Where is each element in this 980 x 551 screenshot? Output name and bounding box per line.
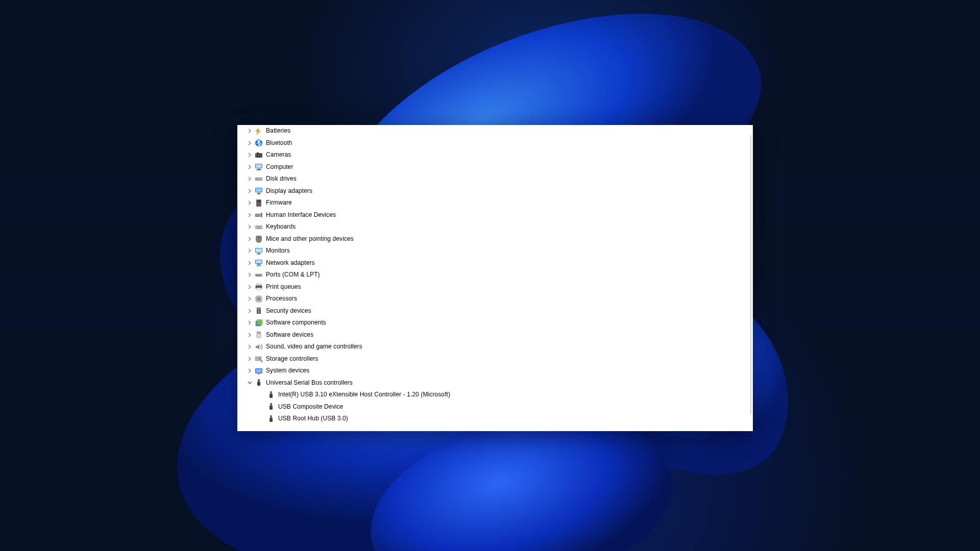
svg-rect-89	[270, 394, 273, 398]
printer-icon	[255, 283, 263, 291]
svg-rect-26	[255, 226, 262, 229]
tree-item-label: Bluetooth	[266, 137, 292, 149]
display-icon	[255, 187, 263, 195]
svg-rect-45	[257, 274, 258, 276]
tree-item[interactable]: Network adapters	[247, 257, 749, 269]
tree-item[interactable]: Ports (COM & LPT)	[247, 269, 749, 281]
tree-item[interactable]: Processors	[247, 293, 749, 305]
chevron-right-icon[interactable]	[247, 176, 253, 182]
chevron-right-icon[interactable]	[247, 152, 253, 158]
tree-item-label: Network adapters	[266, 257, 315, 269]
svg-rect-11	[256, 178, 259, 180]
tree-item[interactable]: Cameras	[247, 149, 749, 161]
svg-rect-95	[271, 416, 271, 417]
chevron-down-icon[interactable]	[247, 380, 253, 386]
chevron-right-icon[interactable]	[247, 368, 253, 374]
tree-item-label: Software components	[266, 317, 326, 329]
svg-rect-48	[260, 274, 261, 276]
monitor-icon	[255, 247, 263, 255]
tree-item[interactable]: Display adapters	[247, 185, 749, 197]
tree-item[interactable]: Software devices	[247, 329, 749, 341]
tree-item[interactable]: Keyboards	[247, 221, 749, 233]
svg-rect-7	[257, 169, 260, 170]
tree-item[interactable]: Sound, video and game controllers	[247, 341, 749, 353]
svg-rect-49	[256, 284, 261, 286]
chevron-right-icon[interactable]	[247, 128, 253, 134]
tree-item[interactable]: Disk drives	[247, 173, 749, 185]
svg-rect-13	[256, 188, 262, 192]
tree-item[interactable]: Storage controllers	[247, 353, 749, 365]
tree-item[interactable]: Bluetooth	[247, 137, 749, 149]
disk-icon	[255, 175, 263, 183]
tree-item-label: Batteries	[266, 125, 290, 137]
tree-item[interactable]: Intel(R) USB 3.10 eXtensible Host Contro…	[259, 389, 749, 401]
software-component-icon	[255, 319, 263, 327]
device-tree[interactable]: BatteriesBluetoothCamerasComputerDisk dr…	[237, 125, 753, 429]
chevron-right-icon[interactable]	[247, 140, 253, 146]
tree-item[interactable]: Monitors	[247, 245, 749, 257]
chevron-right-icon[interactable]	[247, 164, 253, 170]
svg-rect-47	[259, 274, 260, 276]
chevron-right-icon[interactable]	[247, 272, 253, 278]
chevron-right-icon[interactable]	[247, 284, 253, 290]
tree-item-label: Print queues	[266, 281, 301, 293]
tree-item[interactable]: System devices	[247, 365, 749, 377]
tree-item-label: Display adapters	[266, 185, 312, 197]
tree-item-label: Computer	[266, 161, 293, 173]
system-icon	[255, 367, 263, 375]
tree-item-label: Firmware	[266, 197, 292, 209]
chevron-right-icon[interactable]	[247, 344, 253, 350]
svg-rect-87	[271, 392, 271, 393]
svg-rect-82	[258, 379, 260, 382]
svg-rect-90	[270, 403, 272, 406]
svg-rect-91	[271, 404, 271, 405]
tree-item[interactable]: Batteries	[247, 125, 749, 137]
vertical-scrollbar[interactable]	[750, 135, 751, 415]
chevron-right-icon[interactable]	[247, 260, 253, 266]
chevron-right-icon[interactable]	[247, 188, 253, 194]
svg-rect-36	[256, 248, 262, 252]
tree-item-label: System devices	[266, 365, 309, 377]
svg-point-52	[260, 286, 261, 287]
tree-item-label: Cameras	[266, 149, 291, 161]
tree-item[interactable]: Mice and other pointing devices	[247, 233, 749, 245]
chevron-right-icon[interactable]	[247, 332, 253, 338]
tree-item[interactable]: USB Root Hub (USB 3.0)	[259, 413, 749, 425]
svg-rect-93	[270, 406, 273, 410]
svg-rect-33	[257, 228, 261, 228]
tree-item-label: Sound, video and game controllers	[266, 341, 362, 353]
chevron-right-icon[interactable]	[247, 248, 253, 254]
tree-item-label: Human Interface Devices	[266, 209, 336, 221]
chevron-right-icon[interactable]	[247, 296, 253, 302]
tree-item-label: Monitors	[266, 245, 290, 257]
svg-rect-21	[259, 205, 260, 206]
chevron-right-icon[interactable]	[247, 236, 253, 242]
chevron-right-icon[interactable]	[247, 320, 253, 326]
tree-item[interactable]: Human Interface Devices	[247, 209, 749, 221]
chevron-right-icon[interactable]	[247, 356, 253, 362]
tree-item[interactable]: USB Composite Device	[259, 401, 749, 413]
tree-item-label: Storage controllers	[266, 353, 318, 365]
chevron-right-icon[interactable]	[247, 224, 253, 230]
tree-item[interactable]: Security devices	[247, 305, 749, 317]
svg-rect-94	[270, 415, 272, 418]
tree-item[interactable]: Universal Serial Bus controllers	[247, 377, 749, 389]
svg-rect-68	[257, 309, 260, 310]
chevron-right-icon[interactable]	[247, 200, 253, 206]
tree-item[interactable]: Firmware	[247, 197, 749, 209]
chevron-right-icon[interactable]	[247, 212, 253, 218]
chevron-right-icon[interactable]	[247, 308, 253, 314]
usb-plug-icon	[267, 403, 275, 411]
tree-item[interactable]: Computer	[247, 161, 749, 173]
svg-rect-97	[270, 418, 273, 422]
svg-rect-54	[257, 297, 260, 300]
svg-rect-37	[258, 253, 260, 254]
tree-item[interactable]: Print queues	[247, 281, 749, 293]
sound-icon	[255, 343, 263, 351]
storage-icon	[255, 355, 263, 363]
tree-item-label: Processors	[266, 293, 297, 305]
svg-rect-92	[271, 404, 272, 405]
usb-plug-icon	[267, 391, 275, 399]
computer-icon	[255, 163, 263, 171]
tree-item[interactable]: Software components	[247, 317, 749, 329]
